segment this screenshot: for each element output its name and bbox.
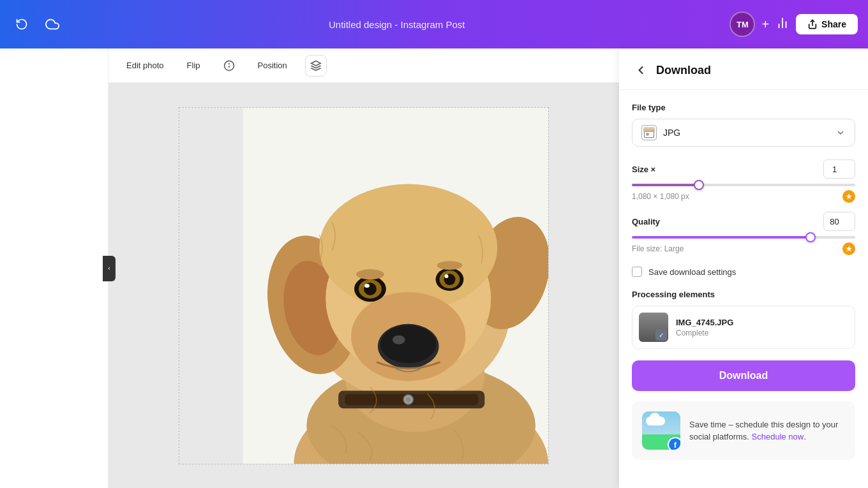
pro-badge: ★: [842, 190, 855, 203]
size-slider-fill: [632, 184, 699, 186]
schedule-thumbnail: f: [642, 411, 680, 450]
svg-point-20: [380, 325, 437, 363]
avatar[interactable]: TM: [730, 11, 755, 37]
file-type-value: JPG: [663, 128, 680, 138]
size-label: Size ×: [632, 165, 655, 174]
position-button[interactable]: Position: [253, 58, 292, 73]
size-slider-track[interactable]: [632, 184, 855, 186]
processing-filename: IMG_4745.JPG: [676, 318, 848, 327]
undo-button[interactable]: [10, 13, 33, 36]
dropdown-left: JPG: [641, 125, 680, 140]
svg-point-25: [364, 284, 370, 288]
stats-button[interactable]: [775, 16, 789, 33]
top-bar-left: [10, 13, 64, 36]
flip-button[interactable]: Flip: [182, 58, 206, 73]
quality-input[interactable]: [823, 212, 855, 231]
quality-row: Quality: [632, 212, 855, 231]
panel-header: Download: [619, 48, 868, 90]
schedule-text: Save time – schedule this design to your…: [689, 418, 845, 443]
svg-point-29: [445, 274, 449, 278]
sidebar-left: ‹: [0, 48, 108, 488]
schedule-section: f Save time – schedule this design to yo…: [632, 401, 855, 460]
size-px-text: 1,080 × 1,080 px: [632, 192, 689, 201]
collapse-handle[interactable]: ‹: [103, 256, 116, 281]
main-area: Edit photo Flip Position: [108, 48, 619, 488]
info-button[interactable]: [218, 57, 240, 74]
processing-thumbnail: ✓: [639, 313, 668, 342]
filesize-row: File size: Large ★: [632, 242, 855, 255]
size-input[interactable]: [823, 159, 855, 179]
quality-slider-thumb[interactable]: [805, 232, 816, 242]
schedule-now-link[interactable]: Schedule now: [752, 432, 804, 441]
top-bar-right: TM + Share: [730, 11, 858, 37]
cloud-save-button[interactable]: [41, 13, 64, 36]
processing-title: Processing elements: [632, 290, 855, 299]
design-canvas[interactable]: [179, 107, 549, 464]
save-settings-row: Save download settings: [632, 267, 855, 277]
check-overlay: ✓: [655, 329, 667, 341]
chevron-down-icon: [835, 128, 846, 138]
jpg-icon: [641, 125, 657, 140]
edit-photo-button[interactable]: Edit photo: [121, 58, 169, 73]
svg-point-30: [356, 269, 384, 279]
quality-label: Quality: [632, 217, 660, 226]
panel-back-button[interactable]: [632, 61, 650, 79]
save-settings-checkbox[interactable]: [632, 267, 642, 277]
download-button[interactable]: Download: [632, 360, 855, 391]
top-bar: Untitled design - Instagram Post TM + Sh…: [0, 0, 868, 48]
dog-image: [179, 108, 548, 464]
processing-item: ✓ IMG_4745.JPG Complete: [632, 306, 855, 349]
download-panel: Download File type JPG Size ×: [619, 48, 868, 488]
size-px-row: 1,080 × 1,080 px ★: [632, 190, 855, 203]
style-button[interactable]: [305, 55, 327, 77]
svg-point-31: [437, 261, 463, 270]
svg-rect-36: [645, 128, 654, 138]
canvas-content: [108, 83, 619, 488]
svg-point-37: [647, 133, 648, 135]
size-slider-thumb[interactable]: [694, 180, 704, 190]
quality-slider[interactable]: [632, 236, 855, 239]
save-settings-label: Save download settings: [648, 267, 736, 277]
file-type-label: File type: [632, 103, 855, 112]
add-button[interactable]: +: [761, 17, 769, 32]
svg-point-21: [393, 335, 405, 344]
filesize-text: File size: Large: [632, 244, 684, 253]
panel-title: Download: [656, 64, 711, 77]
app-title: Untitled design - Instagram Post: [71, 19, 722, 30]
panel-body: File type JPG Size ×: [619, 90, 868, 473]
file-type-dropdown[interactable]: JPG: [632, 119, 855, 147]
filesize-pro-badge: ★: [842, 242, 855, 255]
processing-status: Complete: [676, 329, 848, 337]
share-button[interactable]: Share: [796, 14, 858, 34]
schedule-cloud: [646, 417, 665, 425]
size-row: Size ×: [632, 159, 855, 179]
facebook-icon: f: [668, 437, 680, 450]
processing-info: IMG_4745.JPG Complete: [676, 318, 848, 337]
toolbar: Edit photo Flip Position: [108, 48, 619, 83]
size-slider-container[interactable]: [632, 184, 855, 186]
